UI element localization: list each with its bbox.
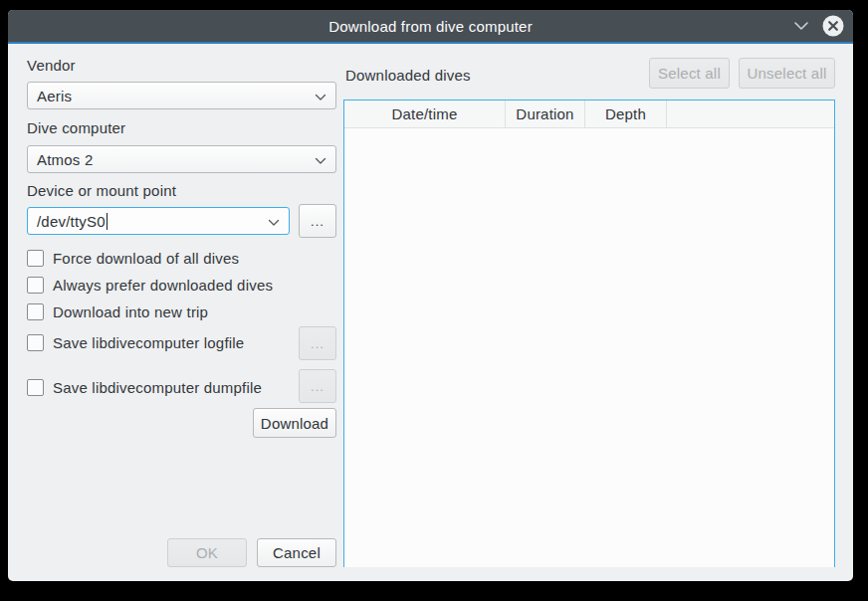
checkbox-label: Always prefer downloaded dives: [53, 277, 273, 294]
column-header-depth[interactable]: Depth: [585, 100, 667, 127]
dumpfile-browse-button[interactable]: ...: [299, 369, 336, 403]
device-browse-button[interactable]: ...: [299, 204, 336, 238]
chevron-down-icon: [268, 213, 280, 230]
device-value: /dev/ttyS0: [37, 213, 106, 230]
ok-button[interactable]: OK: [167, 538, 247, 567]
checkbox-label: Save libdivecomputer logfile: [53, 334, 244, 351]
vendor-label: Vendor: [27, 57, 76, 74]
window-title: Download from dive computer: [328, 18, 533, 35]
cancel-button[interactable]: Cancel: [257, 538, 336, 567]
column-header-datetime[interactable]: Date/time: [344, 100, 506, 127]
screen: { "window": { "title": "Download from di…: [0, 0, 868, 601]
device-combobox[interactable]: /dev/ttyS0: [27, 207, 290, 235]
device-label: Device or mount point: [27, 182, 176, 199]
downloaded-dives-table: Date/time Duration Depth: [343, 100, 835, 567]
logfile-browse-button[interactable]: ...: [299, 326, 336, 360]
unselect-all-button[interactable]: Unselect all: [739, 58, 835, 89]
save-logfile-row: Save libdivecomputer logfile: [27, 333, 244, 351]
save-dumpfile-row: Save libdivecomputer dumpfile: [27, 378, 262, 396]
force-download-row: Force download of all dives: [27, 249, 239, 267]
force-download-checkbox[interactable]: [27, 250, 44, 267]
chevron-down-icon: [315, 151, 326, 168]
save-dumpfile-checkbox[interactable]: [27, 379, 44, 396]
column-header-duration[interactable]: Duration: [506, 100, 585, 127]
prefer-downloaded-checkbox[interactable]: [27, 277, 44, 294]
dive-computer-value: Atmos 2: [37, 151, 93, 168]
table-header-row: Date/time Duration Depth: [344, 100, 834, 128]
checkbox-label: Force download of all dives: [53, 250, 239, 267]
vendor-combobox[interactable]: Aeris: [27, 82, 336, 109]
close-button[interactable]: [822, 15, 844, 37]
text-caret: [107, 213, 108, 230]
titlebar[interactable]: Download from dive computer: [8, 10, 853, 44]
select-all-button[interactable]: Select all: [649, 58, 730, 89]
column-header-extra[interactable]: [667, 100, 834, 127]
chevron-down-icon: [315, 88, 326, 104]
chevron-down-icon[interactable]: [793, 21, 809, 31]
prefer-downloaded-row: Always prefer downloaded dives: [27, 276, 273, 294]
new-trip-checkbox[interactable]: [27, 303, 44, 320]
dive-computer-combobox[interactable]: Atmos 2: [27, 145, 336, 173]
download-button[interactable]: Download: [253, 408, 336, 438]
downloaded-dives-title: Downloaded dives: [345, 67, 471, 84]
download-dialog: Download from dive computer Vendor Aeris…: [8, 10, 853, 581]
checkbox-label: Save libdivecomputer dumpfile: [53, 379, 262, 396]
table-body-empty: [344, 128, 834, 567]
checkbox-label: Download into new trip: [53, 303, 208, 320]
dive-computer-label: Dive computer: [27, 119, 125, 136]
new-trip-row: Download into new trip: [27, 302, 208, 320]
save-logfile-checkbox[interactable]: [27, 334, 44, 351]
vendor-value: Aeris: [37, 88, 72, 104]
